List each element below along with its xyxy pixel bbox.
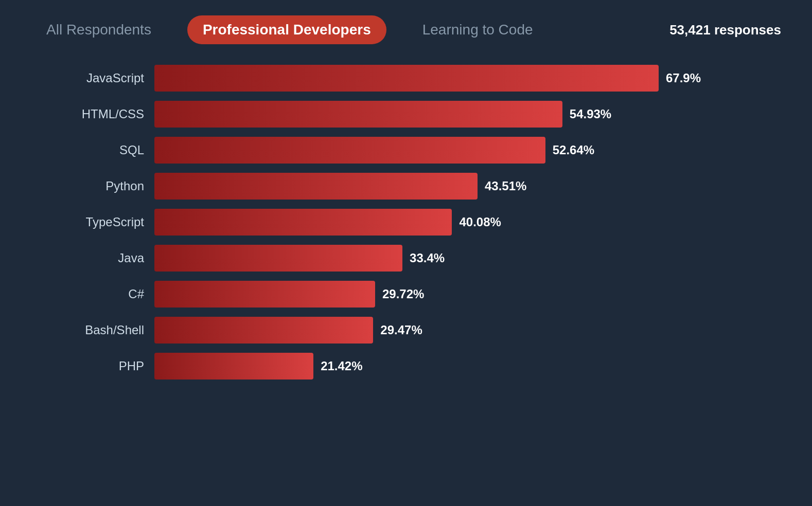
bar-value: 43.51% xyxy=(485,179,526,193)
bar-track: 29.47% xyxy=(154,317,771,344)
bar-track: 40.08% xyxy=(154,209,771,236)
bar-row: Python43.51% xyxy=(41,173,771,200)
bar-value: 33.4% xyxy=(410,251,445,265)
tab-professional-developers[interactable]: Professional Developers xyxy=(187,15,386,44)
tab-learning-to-code[interactable]: Learning to Code xyxy=(407,15,549,44)
bar-row: Java33.4% xyxy=(41,245,771,272)
bar-fill xyxy=(154,353,313,380)
bar-chart: JavaScript67.9%HTML/CSS54.93%SQL52.64%Py… xyxy=(0,55,812,390)
bar-track: 29.72% xyxy=(154,281,771,308)
bar-fill xyxy=(154,245,402,272)
bar-row: TypeScript40.08% xyxy=(41,209,771,236)
bar-value: 52.64% xyxy=(553,143,594,157)
bar-fill xyxy=(154,317,373,344)
responses-number: 53,421 xyxy=(669,22,711,38)
bar-fill xyxy=(154,281,375,308)
bar-label: TypeScript xyxy=(41,215,144,229)
bar-value: 54.93% xyxy=(570,107,611,121)
bar-label: Bash/Shell xyxy=(41,323,144,337)
bar-value: 67.9% xyxy=(666,71,701,85)
bar-label: JavaScript xyxy=(41,71,144,85)
bar-row: JavaScript67.9% xyxy=(41,65,771,92)
bar-label: SQL xyxy=(41,143,144,157)
bar-fill xyxy=(154,137,545,164)
bar-fill xyxy=(154,65,659,92)
bar-label: Python xyxy=(41,179,144,193)
bar-row: HTML/CSS54.93% xyxy=(41,101,771,128)
bar-label: HTML/CSS xyxy=(41,107,144,121)
responses-label: responses xyxy=(714,22,781,38)
bar-track: 33.4% xyxy=(154,245,771,272)
bar-label: Java xyxy=(41,251,144,265)
bar-track: 54.93% xyxy=(154,101,771,128)
tab-all-respondents[interactable]: All Respondents xyxy=(31,15,167,44)
bar-row: SQL52.64% xyxy=(41,137,771,164)
responses-count: 53,421 responses xyxy=(669,22,781,38)
bar-track: 52.64% xyxy=(154,137,771,164)
bar-row: C#29.72% xyxy=(41,281,771,308)
bar-label: C# xyxy=(41,287,144,301)
bar-row: PHP21.42% xyxy=(41,353,771,380)
bar-label: PHP xyxy=(41,359,144,373)
bar-row: Bash/Shell29.47% xyxy=(41,317,771,344)
bar-value: 40.08% xyxy=(459,215,501,229)
bar-fill xyxy=(154,173,478,200)
header: All Respondents Professional Developers … xyxy=(0,0,812,55)
bar-fill xyxy=(154,101,562,128)
bar-value: 21.42% xyxy=(321,359,362,373)
bar-track: 43.51% xyxy=(154,173,771,200)
bar-track: 21.42% xyxy=(154,353,771,380)
bar-value: 29.47% xyxy=(380,323,422,337)
bar-track: 67.9% xyxy=(154,65,771,92)
bar-value: 29.72% xyxy=(382,287,424,301)
bar-fill xyxy=(154,209,452,236)
